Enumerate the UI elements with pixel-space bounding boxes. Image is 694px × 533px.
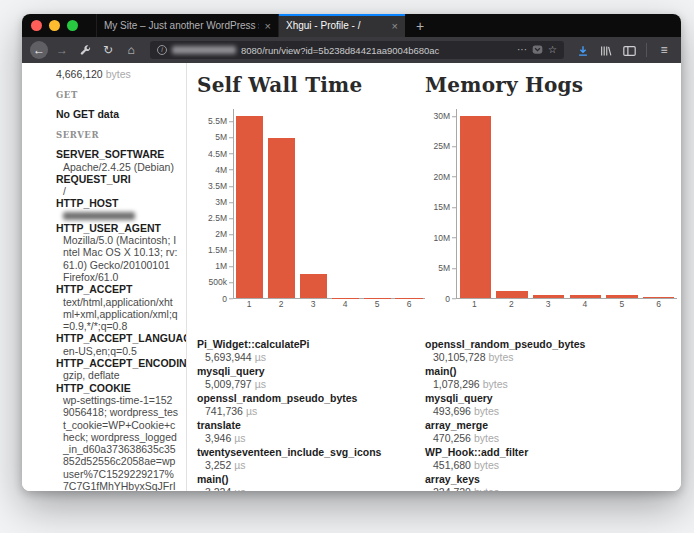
- function-value-number: 5,693,944: [205, 351, 255, 363]
- y-tick-label: 1.5M: [208, 246, 233, 255]
- bar[interactable]: [496, 291, 527, 298]
- x-tick-label: 1: [472, 299, 477, 309]
- function-value-number: 1,078,296: [433, 378, 483, 390]
- tab-my-site[interactable]: My Site – Just another WordPress s ×: [96, 14, 278, 37]
- function-value-unit: bytes: [474, 405, 499, 417]
- menu-icon[interactable]: ≡: [655, 41, 673, 59]
- y-tick-label: 5M: [215, 134, 233, 143]
- y-tick-label: 500k: [209, 279, 233, 288]
- traffic-lights: [22, 14, 96, 37]
- zoom-window-button[interactable]: [67, 20, 78, 31]
- function-value: 1,078,296 bytes: [425, 378, 677, 391]
- function-list-item: openssl_random_pseudo_bytes30,105,728 by…: [425, 338, 677, 363]
- function-value-unit: µs: [234, 459, 245, 471]
- function-value-unit: bytes: [474, 486, 499, 492]
- function-name: main(): [425, 365, 677, 378]
- bookmark-star-icon[interactable]: ☆: [548, 45, 557, 55]
- sidebar-toggle-icon[interactable]: [620, 41, 638, 59]
- function-name: twentyseventeen_include_svg_icons: [197, 446, 425, 459]
- function-name: array_merge: [425, 419, 677, 432]
- y-tick-label: 0: [222, 295, 233, 304]
- close-tab-icon[interactable]: ×: [259, 20, 271, 32]
- y-tick-text: 3.5M: [208, 182, 227, 191]
- plot-area: [456, 109, 677, 299]
- pocket-icon[interactable]: [532, 44, 543, 57]
- function-value-number: 493,696: [433, 405, 474, 417]
- function-value-unit: µs: [255, 351, 266, 363]
- y-tick-text: 4M: [215, 166, 227, 175]
- forward-button[interactable]: →: [53, 41, 71, 59]
- tab-xhgui-profile[interactable]: Xhgui - Profile - / ×: [278, 14, 405, 37]
- bar[interactable]: [460, 116, 491, 298]
- y-tick-text: 1M: [215, 263, 227, 272]
- home-button[interactable]: ⌂: [122, 41, 140, 59]
- function-value: 451,680 bytes: [425, 459, 677, 472]
- minimize-window-button[interactable]: [49, 20, 60, 31]
- bar[interactable]: [606, 295, 637, 298]
- function-value: 741,736 µs: [197, 405, 425, 418]
- self-wall-time-panel: Self Wall Time 0500k1M1.5M2M2.5M3M3.5M4M…: [197, 73, 425, 491]
- sidebar-key: HTTP_HOST: [56, 197, 178, 209]
- y-tick-text: 25M: [433, 143, 450, 152]
- sidebar-value: Mozilla/5.0 (Macintosh; Intel Mac OS X 1…: [56, 234, 178, 283]
- function-value-unit: µs: [246, 405, 257, 417]
- library-icon[interactable]: [597, 41, 615, 59]
- sidebar-value: wp-settings-time-1=1529056418; wordpress…: [56, 394, 178, 491]
- x-tick-label: 4: [343, 299, 348, 309]
- reload-button[interactable]: ↻: [99, 41, 117, 59]
- y-axis: 05M10M15M20M25M30M: [425, 109, 456, 299]
- y-tick-label: 20M: [433, 173, 456, 182]
- close-window-button[interactable]: [31, 20, 42, 31]
- y-tick-text: 0: [222, 295, 227, 304]
- y-tick-text: 3M: [215, 198, 227, 207]
- bar[interactable]: [268, 138, 295, 298]
- function-name: openssl_random_pseudo_bytes: [425, 338, 677, 351]
- y-tick-text: 1.5M: [208, 246, 227, 255]
- y-tick-label: 25M: [433, 143, 456, 152]
- function-value-number: 3,252: [205, 459, 234, 471]
- y-tick-text: 0: [445, 295, 450, 304]
- memory-total-unit: bytes: [106, 68, 131, 80]
- sidebar-value: en-US,en;q=0.5: [56, 345, 178, 357]
- memory-total: 4,666,120 bytes: [56, 68, 178, 80]
- sidebar-key: REQUEST_URI: [56, 173, 178, 185]
- y-tick-label: 3M: [215, 198, 233, 207]
- bar[interactable]: [533, 295, 564, 298]
- site-info-icon[interactable]: i: [157, 45, 167, 55]
- y-tick-label: 4.5M: [208, 150, 233, 159]
- page-actions-icon[interactable]: ···: [517, 45, 527, 55]
- page-content: 4,666,120 bytes GETNo GET dataSERVERSERV…: [22, 63, 681, 491]
- y-tick-text: 2M: [215, 230, 227, 239]
- wrench-icon[interactable]: [76, 41, 94, 59]
- downloads-icon[interactable]: [574, 41, 592, 59]
- back-button[interactable]: ←: [30, 41, 48, 59]
- redacted-value: [63, 212, 135, 220]
- x-tick-label: 1: [247, 299, 252, 309]
- sidebar-key: SERVER_SOFTWARE: [56, 148, 178, 160]
- bar[interactable]: [236, 116, 263, 298]
- sidebar-key: HTTP_COOKIE: [56, 382, 178, 394]
- sidebar-key: HTTP_USER_AGENT: [56, 222, 178, 234]
- function-name: openssl_random_pseudo_bytes: [197, 392, 425, 405]
- y-tick-text: 5M: [438, 264, 450, 273]
- tab-title: My Site – Just another WordPress s: [104, 20, 259, 31]
- sidebar-key: HTTP_ACCEPT_LANGUAGE: [56, 332, 178, 344]
- bar[interactable]: [300, 274, 327, 298]
- close-tab-icon[interactable]: ×: [386, 20, 398, 32]
- y-tick-label: 2.5M: [208, 214, 233, 223]
- function-value-unit: µs: [255, 378, 266, 390]
- bar[interactable]: [570, 295, 601, 298]
- function-value: 5,009,797 µs: [197, 378, 425, 391]
- y-tick-label: 3.5M: [208, 182, 233, 191]
- x-tick-label: 2: [509, 299, 514, 309]
- charts-area: Self Wall Time 0500k1M1.5M2M2.5M3M3.5M4M…: [187, 63, 681, 491]
- url-bar[interactable]: i 8080/run/view?id=5b238d84421aa9004b680…: [150, 41, 564, 59]
- navigation-toolbar: ← → ↻ ⌂ i 8080/run/view?id=5b238d84421aa…: [22, 37, 681, 63]
- y-tick-text: 4.5M: [208, 150, 227, 159]
- new-tab-button[interactable]: +: [405, 14, 435, 37]
- bar[interactable]: [643, 297, 674, 298]
- function-value-number: 5,009,797: [205, 378, 255, 390]
- function-value-unit: µs: [234, 486, 245, 492]
- x-tick-label: 3: [311, 299, 316, 309]
- function-value-number: 470,256: [433, 432, 474, 444]
